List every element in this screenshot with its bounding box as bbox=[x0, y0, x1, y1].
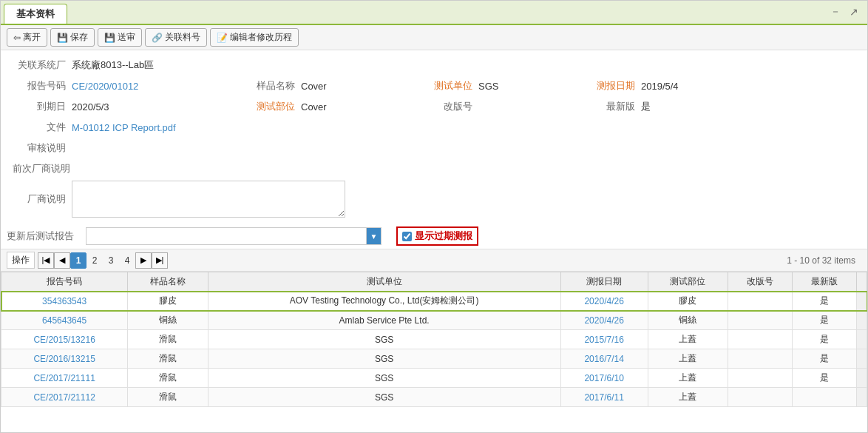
leave-icon: ⇦ bbox=[13, 33, 21, 43]
table-cell: 滑鼠 bbox=[128, 369, 208, 388]
main-window: 基本资料 － ↗ ⇦ 离开 💾 保存 💾 送审 🔗 关联料号 📝 编辑者修改历程 bbox=[0, 0, 868, 433]
test-unit-value: SGS bbox=[478, 81, 589, 92]
table-row[interactable]: CE/2017/21111滑鼠SGS2017/6/10上蓋是 bbox=[1, 369, 867, 388]
report-no-value[interactable]: CE/2020/01012 bbox=[72, 81, 249, 92]
leave-label: 离开 bbox=[23, 31, 41, 44]
col-test-unit: 测试单位 bbox=[208, 272, 560, 292]
maximize-button[interactable]: ↗ bbox=[847, 5, 861, 19]
table-row[interactable]: 354363543膠皮AOV Testing Technology Co., L… bbox=[1, 292, 867, 311]
scrollbar-cell bbox=[857, 311, 867, 330]
scrollbar-cell bbox=[857, 388, 867, 407]
col-latest: 最新版 bbox=[792, 272, 856, 292]
file-value[interactable]: M-01012 ICP Report.pdf bbox=[72, 122, 855, 133]
tab-basic-info[interactable]: 基本资料 bbox=[4, 4, 67, 24]
table-cell: SGS bbox=[208, 369, 560, 388]
table-cell bbox=[728, 369, 792, 388]
page-2-button[interactable]: 2 bbox=[87, 252, 103, 269]
table-cell[interactable]: 2016/7/14 bbox=[560, 349, 648, 369]
send-button[interactable]: 💾 送审 bbox=[98, 28, 142, 47]
pagination-bar: 操作 |◀ ◀ 1 2 3 4 ▶ ▶| 1 - 10 of 32 items bbox=[1, 249, 867, 272]
table-cell[interactable]: CE/2015/13216 bbox=[1, 330, 128, 349]
expiry-row: 到期日 2020/5/3 测试部位 Cover 改版号 最新版 是 bbox=[13, 98, 855, 115]
report-no-label: 报告号码 bbox=[13, 79, 72, 93]
form-area: 关联系统厂 系统廠8013--Lab區 报告号码 CE/2020/01012 样… bbox=[1, 50, 867, 226]
page-prev-button[interactable]: ◀ bbox=[54, 252, 70, 269]
review-label: 审核说明 bbox=[13, 141, 72, 155]
page-first-button[interactable]: |◀ bbox=[38, 252, 54, 269]
table-cell[interactable]: CE/2016/13215 bbox=[1, 349, 128, 369]
page-next-button[interactable]: ▶ bbox=[135, 252, 152, 269]
send-label: 送审 bbox=[118, 31, 135, 44]
page-1-button[interactable]: 1 bbox=[70, 252, 87, 269]
page-last-button[interactable]: ▶| bbox=[152, 252, 168, 269]
data-table: 报告号码 样品名称 测试单位 测报日期 测试部位 改版号 最新版 3543635… bbox=[1, 272, 867, 407]
table-row[interactable]: CE/2015/13216滑鼠SGS2015/7/16上蓋是 bbox=[1, 330, 867, 349]
table-cell: 上蓋 bbox=[648, 330, 728, 349]
save-button[interactable]: 💾 保存 bbox=[50, 28, 95, 47]
table-row[interactable]: 645643645铜絲Amlab Service Pte Ltd.2020/4/… bbox=[1, 311, 867, 330]
table-cell: 上蓋 bbox=[648, 349, 728, 369]
table-cell bbox=[728, 311, 792, 330]
table-cell: 是 bbox=[792, 349, 856, 369]
table-cell[interactable]: 2017/6/10 bbox=[560, 369, 648, 388]
vendor-textarea[interactable] bbox=[72, 181, 345, 218]
table-row[interactable]: CE/2017/21112滑鼠SGS2017/6/11上蓋 bbox=[1, 388, 867, 407]
prev-vendor-label: 前次厂商说明 bbox=[13, 162, 76, 175]
sample-name-col: 样品名称 Cover bbox=[249, 79, 427, 93]
op-label: 操作 bbox=[7, 252, 35, 269]
table-cell[interactable]: CE/2017/21112 bbox=[1, 388, 128, 407]
history-button[interactable]: 📝 编辑者修改历程 bbox=[210, 28, 299, 47]
update-dropdown-button[interactable]: ▼ bbox=[367, 227, 382, 245]
table-cell[interactable]: 2017/6/11 bbox=[560, 388, 648, 407]
system-value: 系统廠8013--Lab區 bbox=[72, 58, 855, 72]
relate-button[interactable]: 🔗 关联料号 bbox=[145, 28, 207, 47]
vendor-row: 厂商说明 bbox=[13, 181, 855, 218]
table-cell[interactable]: 2020/4/26 bbox=[560, 292, 648, 311]
save-label: 保存 bbox=[70, 31, 88, 44]
leave-button[interactable]: ⇦ 离开 bbox=[7, 28, 47, 47]
sample-name-value: Cover bbox=[301, 81, 427, 92]
content-area: 关联系统厂 系统廠8013--Lab區 报告号码 CE/2020/01012 样… bbox=[1, 50, 867, 432]
system-label: 关联系统厂 bbox=[13, 58, 72, 72]
table-cell: 上蓋 bbox=[648, 388, 728, 407]
table-cell[interactable]: 645643645 bbox=[1, 311, 128, 330]
table-cell[interactable]: CE/2017/21111 bbox=[1, 369, 128, 388]
history-label: 编辑者修改历程 bbox=[230, 31, 292, 44]
test-dept-label: 测试部位 bbox=[249, 100, 301, 113]
table-cell: 是 bbox=[792, 292, 856, 311]
col-report-date: 测报日期 bbox=[560, 272, 648, 292]
table-cell: 是 bbox=[792, 311, 856, 330]
show-expired-checkbox-label[interactable]: 显示过期测报 bbox=[396, 226, 478, 246]
table-cell[interactable]: 2015/7/16 bbox=[560, 330, 648, 349]
table-cell: AOV Testing Technology Co., Ltd(安姆检测公司) bbox=[208, 292, 560, 311]
col-test-dept: 测试部位 bbox=[648, 272, 728, 292]
table-row[interactable]: CE/2016/13215滑鼠SGS2016/7/14上蓋是 bbox=[1, 349, 867, 369]
table-wrap: 报告号码 样品名称 测试单位 测报日期 测试部位 改版号 最新版 3543635… bbox=[1, 272, 867, 432]
file-row: 文件 M-01012 ICP Report.pdf bbox=[13, 118, 855, 136]
show-expired-text: 显示过期测报 bbox=[415, 229, 472, 243]
relate-label: 关联料号 bbox=[165, 31, 200, 44]
page-4-button[interactable]: 4 bbox=[119, 252, 135, 269]
table-cell: 滑鼠 bbox=[128, 349, 208, 369]
minimize-button[interactable]: － bbox=[827, 5, 844, 19]
review-row: 审核说明 bbox=[13, 139, 855, 157]
update-report-input[interactable] bbox=[86, 227, 367, 245]
report-date-col: 测报日期 2019/5/4 bbox=[589, 79, 855, 93]
test-unit-col: 测试单位 SGS bbox=[427, 79, 589, 93]
system-row: 关联系统厂 系统廠8013--Lab區 bbox=[13, 56, 855, 74]
table-cell[interactable]: 354363543 bbox=[1, 292, 128, 311]
scrollbar-cell bbox=[857, 292, 867, 311]
prev-vendor-row: 前次厂商说明 bbox=[13, 160, 855, 178]
show-expired-checkbox[interactable] bbox=[402, 232, 412, 241]
table-cell: 铜絲 bbox=[648, 311, 728, 330]
table-cell bbox=[728, 292, 792, 311]
toolbar: ⇦ 离开 💾 保存 💾 送审 🔗 关联料号 📝 编辑者修改历程 bbox=[1, 25, 867, 50]
table-cell[interactable]: 2020/4/26 bbox=[560, 311, 648, 330]
table-cell: SGS bbox=[208, 349, 560, 369]
page-3-button[interactable]: 3 bbox=[103, 252, 119, 269]
test-dept-value: Cover bbox=[301, 101, 427, 113]
update-input-wrap: ▼ bbox=[86, 227, 382, 245]
relate-icon: 🔗 bbox=[152, 33, 163, 43]
update-report-row: 更新后测试报告 ▼ 显示过期测报 bbox=[1, 226, 867, 246]
latest-label: 最新版 bbox=[589, 100, 641, 113]
